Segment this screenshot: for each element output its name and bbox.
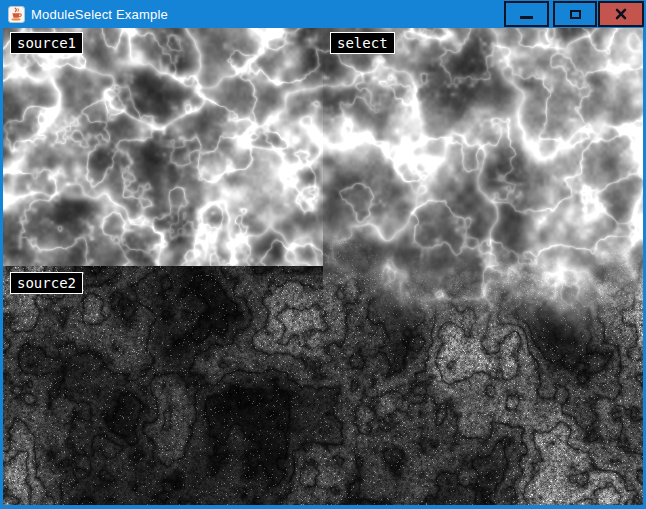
image-label-source2: source2 — [10, 272, 83, 294]
app-window: ModuleSelect Example source1 select sour… — [0, 0, 646, 509]
window-title: ModuleSelect Example — [31, 7, 168, 22]
image-label-select: select — [330, 32, 395, 54]
close-button[interactable] — [598, 1, 644, 27]
minimize-icon — [520, 16, 533, 19]
render-area: source1 select source2 — [3, 28, 643, 505]
maximize-button[interactable] — [553, 1, 597, 27]
java-coffee-cup-icon — [8, 6, 25, 23]
maximize-icon — [570, 10, 581, 19]
noise-viewport — [3, 28, 643, 505]
close-icon — [614, 7, 628, 21]
titlebar[interactable]: ModuleSelect Example — [0, 0, 646, 28]
image-label-source1: source1 — [10, 32, 83, 54]
minimize-button[interactable] — [504, 1, 549, 27]
